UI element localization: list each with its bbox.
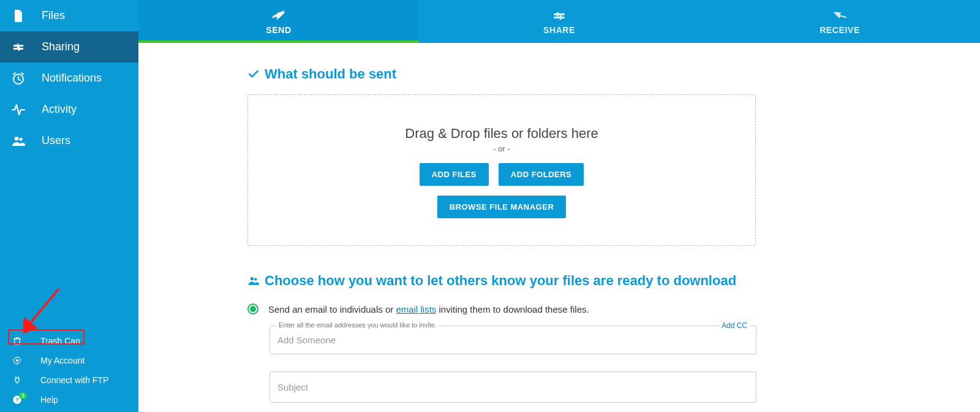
tab-receive[interactable]: RECEIVE: [699, 0, 980, 43]
email-input[interactable]: [270, 326, 756, 354]
plug-icon: [12, 375, 22, 385]
top-tabs: SEND SHARE RECEIVE: [138, 0, 980, 43]
check-icon: [247, 68, 260, 80]
sidebar-item-files[interactable]: Files: [0, 0, 138, 31]
main-content: What should be sent Drag & Drop files or…: [138, 43, 980, 412]
sidebar-item-activity[interactable]: Activity: [0, 94, 138, 125]
svg-point-3: [16, 359, 18, 362]
share-icon: [11, 40, 26, 55]
dropzone[interactable]: Drag & Drop files or folders here - or -…: [247, 94, 756, 246]
subject-input[interactable]: [270, 372, 756, 402]
dropzone-or: - or -: [493, 144, 510, 153]
share-loop-icon: [551, 8, 568, 24]
add-folders-button[interactable]: ADD FOLDERS: [499, 163, 584, 186]
sidebar-item-label: Activity: [42, 103, 77, 116]
users-icon: [11, 134, 26, 148]
users-icon: [247, 275, 260, 287]
receive-icon: [831, 8, 848, 24]
tab-label: SHARE: [543, 25, 575, 35]
sidebar-item-label: Files: [42, 9, 65, 22]
option-text-suffix: inviting them to download these files.: [436, 304, 589, 315]
section2-heading: Choose how you want to let others know y…: [247, 273, 756, 289]
sidebar-item-trash[interactable]: Trash Can: [0, 331, 138, 351]
sidebar-item-label: Help: [40, 395, 58, 405]
trash-icon: [12, 336, 22, 346]
file-icon: [11, 9, 26, 23]
alarm-icon: [11, 71, 26, 86]
sidebar-item-label: Users: [42, 134, 70, 147]
dropzone-title: Drag & Drop files or folders here: [405, 126, 598, 142]
option-text-prefix: Send an email to individuals or: [268, 304, 396, 315]
subject-field: [270, 372, 756, 403]
sidebar-item-sharing[interactable]: Sharing: [0, 31, 138, 63]
sidebar-item-notifications[interactable]: Notifications: [0, 63, 138, 94]
svg-point-7: [251, 277, 254, 280]
browse-file-manager-button[interactable]: BROWSE FILE MANAGER: [437, 196, 567, 218]
sidebar-item-label: Notifications: [42, 72, 102, 85]
add-files-button[interactable]: ADD FILES: [420, 163, 489, 186]
sidebar-item-account[interactable]: My Account: [0, 351, 138, 370]
help-icon: ? 1: [12, 395, 22, 405]
activity-icon: [11, 102, 26, 117]
sidebar-item-label: Trash Can: [40, 336, 80, 346]
tab-label: SEND: [266, 25, 291, 35]
sidebar-item-label: Connect with FTP: [40, 375, 108, 385]
email-addresses-field: Enter all the email addresses you would …: [270, 326, 756, 354]
svg-point-8: [254, 278, 257, 280]
section1-heading-text: What should be sent: [265, 66, 396, 82]
tab-label: RECEIVE: [820, 25, 860, 35]
gear-icon: [12, 356, 22, 365]
section1-heading: What should be sent: [247, 66, 756, 82]
sidebar-item-users[interactable]: Users: [0, 125, 138, 156]
svg-point-2: [19, 137, 22, 140]
sidebar-item-label: My Account: [40, 356, 85, 365]
sidebar-item-ftp[interactable]: Connect with FTP: [0, 370, 138, 390]
tab-send[interactable]: SEND: [138, 0, 419, 43]
send-icon: [270, 8, 287, 24]
email-lists-link[interactable]: email lists: [396, 304, 436, 315]
help-badge: 1: [19, 392, 27, 399]
add-cc-link[interactable]: Add CC: [719, 321, 750, 330]
email-field-legend: Enter all the email addresses you would …: [276, 321, 439, 329]
radio-icon: [247, 303, 258, 315]
sidebar: Files Sharing Notifications Activity Use…: [0, 0, 138, 412]
sidebar-item-help[interactable]: ? 1 Help: [0, 390, 138, 410]
svg-point-1: [15, 136, 18, 140]
svg-text:?: ?: [15, 397, 19, 403]
notify-option-text: Send an email to individuals or email li…: [268, 304, 589, 315]
section2-heading-text: Choose how you want to let others know y…: [265, 273, 736, 289]
sidebar-item-label: Sharing: [42, 40, 80, 53]
tab-share[interactable]: SHARE: [419, 0, 699, 43]
